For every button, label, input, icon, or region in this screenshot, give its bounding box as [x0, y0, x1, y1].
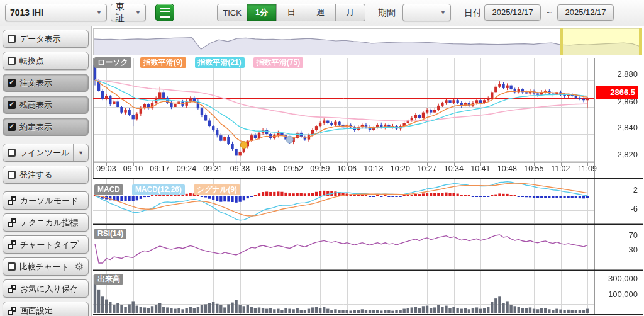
sidebar-item-label: カーソルモード — [20, 195, 79, 206]
rsi-legend: RSI(14) — [94, 229, 126, 239]
macd-axis-label: 2 — [596, 185, 638, 195]
sidebar-item-label: チャートタイプ — [20, 239, 79, 251]
time-axis-label: 09:52 — [279, 164, 307, 173]
checkbox-icon — [8, 35, 16, 43]
date-from-input[interactable]: 2025/12/17 — [484, 4, 541, 21]
time-axis-label: 10:13 — [360, 164, 387, 173]
interval-tick[interactable]: TICK — [217, 4, 247, 21]
sidebar-item-order-display[interactable]: 注文表示 — [3, 74, 89, 92]
navigator-selection[interactable] — [560, 28, 642, 55]
interval-day[interactable]: 日 — [276, 4, 306, 21]
time-axis-label: 11:09 — [574, 164, 601, 173]
chart-application: 7013 IHI ▼ 東証 ▼ TICK 1分 日 週 月 期間 ▼ 日付 20… — [0, 0, 644, 316]
sidebar-item-chart-type[interactable]: チャートタイプ — [3, 235, 89, 254]
macd-line-legend: MACD(12,26) — [132, 184, 185, 195]
date-range-separator: ~ — [547, 8, 552, 18]
cascade-window-icon — [8, 307, 16, 315]
sidebar-item-label: 発注する — [19, 169, 53, 181]
time-axis-label: 10:41 — [467, 164, 494, 173]
signal-legend: シグナル(9) — [194, 184, 240, 195]
cascade-window-icon — [8, 240, 16, 249]
volume-legend-row: 出来高 — [94, 274, 123, 285]
date-label: 日付 — [464, 8, 482, 19]
time-axis-label: 10:55 — [520, 164, 548, 173]
sidebar-item-execution-display[interactable]: 約定表示 — [3, 118, 89, 136]
time-axis-label: 10:34 — [440, 164, 467, 173]
price-axis-label: 2,880 — [596, 69, 638, 79]
sidebar-item-label: 転換点 — [19, 55, 44, 67]
candlestick-legend: ローソク — [94, 57, 131, 68]
sidebar-item-comparison-chart[interactable]: 比較チャート⚙ — [3, 257, 89, 276]
time-axis-label: 09:38 — [226, 164, 253, 173]
interval-1min[interactable]: 1分 — [247, 4, 277, 21]
ema21-legend: 指数平滑(21) — [195, 57, 245, 68]
time-axis-label: 11:02 — [547, 164, 574, 173]
main-chart-legend: ローソク指数平滑(9)指数平滑(21)指数平滑(75) — [94, 57, 303, 68]
sidebar-item-label: 注文表示 — [19, 77, 52, 89]
cascade-window-icon — [8, 196, 16, 205]
sidebar-item-data-display[interactable]: データ表示 — [3, 30, 89, 48]
list-icon — [160, 8, 170, 18]
market-selector[interactable]: 東証 ▼ — [111, 4, 146, 21]
sidebar-item-save-favorites[interactable]: お気に入り保存 — [3, 279, 89, 298]
macd-axis-label: -6 — [596, 204, 638, 213]
time-axis-label: 09:59 — [306, 164, 334, 173]
sidebar-item-screen-settings[interactable]: 画面設定 — [3, 302, 89, 316]
period-selector[interactable]: ▼ — [402, 4, 451, 21]
volume-legend: 出来高 — [94, 274, 123, 285]
cascade-window-icon — [8, 285, 16, 293]
chevron-down-icon: ▼ — [440, 9, 446, 16]
stock-code-label: 7013 IHI — [10, 8, 43, 18]
sidebar-item-line-tool[interactable]: ラインツール▼ — [3, 144, 89, 162]
sidebar-item-technical-indicators[interactable]: テクニカル指標 — [3, 213, 89, 232]
time-axis-label: 09:31 — [199, 164, 227, 173]
macd-legend-row: MACDMACD(12,26)シグナル(9) — [94, 184, 240, 195]
sidebar-item-label: お気に入り保存 — [20, 283, 78, 295]
toolbar: 7013 IHI ▼ 東証 ▼ TICK 1分 日 週 月 期間 ▼ 日付 20… — [0, 0, 644, 26]
checkbox-icon — [8, 262, 16, 271]
sidebar-item-cursor-mode[interactable]: カーソルモード — [3, 191, 89, 210]
volume-axis-label: 100,000 — [596, 290, 638, 299]
time-axis-label: 09:03 — [92, 164, 120, 173]
current-price-box: 2866.5 — [596, 86, 638, 99]
sidebar-item-place-order[interactable]: 発注する — [3, 166, 89, 184]
chevron-down-icon: ▼ — [135, 9, 141, 16]
time-axis-label: 09:10 — [119, 164, 147, 173]
sidebar-item-balance-display[interactable]: 残高表示 — [3, 96, 89, 114]
interval-week[interactable]: 週 — [306, 4, 336, 21]
checkbox-icon — [8, 149, 16, 157]
interval-month[interactable]: 月 — [335, 4, 365, 21]
chevron-down-icon[interactable]: ▼ — [73, 144, 84, 161]
checkbox-icon — [8, 101, 16, 109]
symbol-list-button[interactable] — [155, 4, 174, 21]
rsi-legend-row: RSI(14) — [94, 229, 126, 239]
sidebar-item-label: テクニカル指標 — [20, 217, 79, 229]
sidebar-item-label: ラインツール — [19, 147, 70, 159]
time-axis-label: 10:27 — [413, 164, 441, 173]
time-axis-label: 10:48 — [493, 164, 521, 173]
sidebar-item-turning-point[interactable]: 転換点 — [3, 52, 89, 70]
interval-switcher: TICK 1分 日 週 月 — [217, 4, 365, 21]
period-label: 期間 — [378, 8, 396, 19]
checkbox-icon — [8, 123, 16, 131]
macd-legend: MACD — [94, 184, 123, 195]
sidebar-item-label: 約定表示 — [19, 121, 52, 133]
sidebar: データ表示 転換点 注文表示 残高表示 約定表示 ラインツール▼ 発注する カー… — [0, 26, 92, 316]
chevron-down-icon: ▼ — [96, 9, 102, 16]
time-axis-label: 09:24 — [172, 164, 200, 173]
sidebar-item-label: データ表示 — [19, 33, 61, 45]
ema75-legend: 指数平滑(75) — [253, 57, 303, 68]
date-to-input[interactable]: 2025/12/17 — [557, 4, 614, 21]
stock-selector[interactable]: 7013 IHI ▼ — [5, 4, 107, 21]
market-label: 東証 — [116, 1, 131, 24]
gear-icon[interactable]: ⚙ — [75, 262, 84, 272]
sidebar-item-label: 残高表示 — [19, 99, 52, 111]
sidebar-item-label: 比較チャート — [19, 261, 69, 273]
ema9-legend: 指数平滑(9) — [140, 57, 186, 68]
time-axis-label: 10:20 — [386, 164, 414, 173]
checkbox-icon — [8, 57, 16, 65]
checkbox-icon — [8, 79, 16, 87]
rsi-axis-label: 70 — [596, 230, 638, 240]
time-axis-label: 10:06 — [333, 164, 360, 173]
time-axis-label: 09:45 — [253, 164, 280, 173]
